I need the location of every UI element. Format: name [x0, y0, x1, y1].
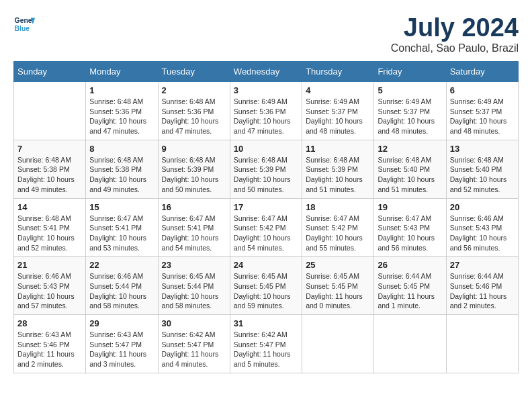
day-number: 25	[306, 260, 370, 270]
day-number: 21	[17, 260, 82, 270]
day-detail: Sunrise: 6:45 AM Sunset: 5:45 PM Dayligh…	[234, 271, 298, 311]
calendar-cell: 4Sunrise: 6:49 AM Sunset: 5:37 PM Daylig…	[302, 82, 374, 140]
day-detail: Sunrise: 6:48 AM Sunset: 5:39 PM Dayligh…	[162, 155, 226, 195]
calendar-cell: 9Sunrise: 6:48 AM Sunset: 5:39 PM Daylig…	[158, 140, 230, 198]
day-detail: Sunrise: 6:48 AM Sunset: 5:36 PM Dayligh…	[89, 97, 154, 136]
day-number: 27	[450, 260, 515, 270]
day-detail: Sunrise: 6:48 AM Sunset: 5:39 PM Dayligh…	[234, 155, 298, 195]
day-number: 20	[450, 202, 515, 212]
day-number: 5	[378, 85, 442, 95]
calendar-cell: 20Sunrise: 6:46 AM Sunset: 5:43 PM Dayli…	[446, 198, 518, 257]
calendar-cell: 7Sunrise: 6:48 AM Sunset: 5:38 PM Daylig…	[14, 140, 86, 198]
day-number: 19	[378, 202, 442, 212]
week-row-3: 14Sunrise: 6:48 AM Sunset: 5:41 PM Dayli…	[14, 198, 519, 257]
calendar-cell: 16Sunrise: 6:47 AM Sunset: 5:41 PM Dayli…	[158, 198, 230, 257]
week-row-4: 21Sunrise: 6:46 AM Sunset: 5:43 PM Dayli…	[14, 257, 519, 315]
day-number: 16	[162, 202, 226, 212]
weekday-monday: Monday	[86, 62, 158, 82]
calendar-cell: 30Sunrise: 6:42 AM Sunset: 5:47 PM Dayli…	[158, 315, 230, 373]
calendar-cell	[302, 315, 374, 373]
day-detail: Sunrise: 6:44 AM Sunset: 5:46 PM Dayligh…	[450, 271, 515, 311]
weekday-thursday: Thursday	[302, 62, 374, 82]
day-detail: Sunrise: 6:49 AM Sunset: 5:37 PM Dayligh…	[378, 97, 442, 136]
calendar-cell: 12Sunrise: 6:48 AM Sunset: 5:40 PM Dayli…	[374, 140, 446, 198]
weekday-friday: Friday	[374, 62, 446, 82]
day-number: 23	[162, 260, 226, 270]
calendar-cell: 28Sunrise: 6:43 AM Sunset: 5:46 PM Dayli…	[14, 315, 86, 373]
weekday-tuesday: Tuesday	[158, 62, 230, 82]
calendar-cell: 21Sunrise: 6:46 AM Sunset: 5:43 PM Dayli…	[14, 257, 86, 315]
day-number: 7	[17, 144, 82, 154]
logo-icon: General Blue	[13, 13, 35, 35]
day-detail: Sunrise: 6:43 AM Sunset: 5:46 PM Dayligh…	[17, 330, 82, 369]
subtitle: Conchal, Sao Paulo, Brazil	[391, 42, 519, 54]
day-detail: Sunrise: 6:47 AM Sunset: 5:41 PM Dayligh…	[89, 214, 154, 253]
calendar-cell: 24Sunrise: 6:45 AM Sunset: 5:45 PM Dayli…	[230, 257, 302, 315]
week-row-2: 7Sunrise: 6:48 AM Sunset: 5:38 PM Daylig…	[14, 140, 519, 198]
calendar-cell: 13Sunrise: 6:48 AM Sunset: 5:40 PM Dayli…	[446, 140, 518, 198]
main-title: July 2024	[391, 13, 519, 42]
calendar-cell	[374, 315, 446, 373]
calendar-cell: 22Sunrise: 6:46 AM Sunset: 5:44 PM Dayli…	[86, 257, 158, 315]
day-detail: Sunrise: 6:46 AM Sunset: 5:44 PM Dayligh…	[89, 271, 154, 311]
calendar-cell: 10Sunrise: 6:48 AM Sunset: 5:39 PM Dayli…	[230, 140, 302, 198]
calendar-cell: 5Sunrise: 6:49 AM Sunset: 5:37 PM Daylig…	[374, 82, 446, 140]
day-detail: Sunrise: 6:47 AM Sunset: 5:43 PM Dayligh…	[378, 214, 442, 253]
calendar-cell: 3Sunrise: 6:49 AM Sunset: 5:36 PM Daylig…	[230, 82, 302, 140]
calendar-cell: 31Sunrise: 6:42 AM Sunset: 5:47 PM Dayli…	[230, 315, 302, 373]
calendar-cell: 27Sunrise: 6:44 AM Sunset: 5:46 PM Dayli…	[446, 257, 518, 315]
day-number: 26	[378, 260, 442, 270]
calendar-cell: 14Sunrise: 6:48 AM Sunset: 5:41 PM Dayli…	[14, 198, 86, 257]
day-detail: Sunrise: 6:46 AM Sunset: 5:43 PM Dayligh…	[450, 214, 515, 253]
calendar-cell	[14, 82, 86, 140]
day-detail: Sunrise: 6:49 AM Sunset: 5:36 PM Dayligh…	[234, 97, 298, 136]
day-number: 13	[450, 144, 515, 154]
day-number: 22	[89, 260, 154, 270]
day-detail: Sunrise: 6:48 AM Sunset: 5:38 PM Dayligh…	[17, 155, 82, 195]
day-number: 31	[234, 318, 298, 328]
day-number: 1	[89, 85, 154, 95]
calendar-cell: 6Sunrise: 6:49 AM Sunset: 5:37 PM Daylig…	[446, 82, 518, 140]
header: General Blue July 2024 Conchal, Sao Paul…	[13, 13, 519, 54]
day-number: 18	[306, 202, 370, 212]
calendar-cell: 1Sunrise: 6:48 AM Sunset: 5:36 PM Daylig…	[86, 82, 158, 140]
calendar-cell: 26Sunrise: 6:44 AM Sunset: 5:45 PM Dayli…	[374, 257, 446, 315]
weekday-header-row: SundayMondayTuesdayWednesdayThursdayFrid…	[14, 62, 519, 82]
day-detail: Sunrise: 6:48 AM Sunset: 5:39 PM Dayligh…	[306, 155, 370, 195]
day-detail: Sunrise: 6:48 AM Sunset: 5:41 PM Dayligh…	[17, 214, 82, 253]
calendar-cell: 11Sunrise: 6:48 AM Sunset: 5:39 PM Dayli…	[302, 140, 374, 198]
day-number: 24	[234, 260, 298, 270]
calendar-header: SundayMondayTuesdayWednesdayThursdayFrid…	[14, 62, 519, 82]
week-row-5: 28Sunrise: 6:43 AM Sunset: 5:46 PM Dayli…	[14, 315, 519, 373]
day-detail: Sunrise: 6:45 AM Sunset: 5:44 PM Dayligh…	[162, 271, 226, 311]
day-detail: Sunrise: 6:47 AM Sunset: 5:42 PM Dayligh…	[234, 214, 298, 253]
day-detail: Sunrise: 6:42 AM Sunset: 5:47 PM Dayligh…	[234, 330, 298, 369]
day-detail: Sunrise: 6:43 AM Sunset: 5:47 PM Dayligh…	[89, 330, 154, 369]
calendar-cell: 25Sunrise: 6:45 AM Sunset: 5:45 PM Dayli…	[302, 257, 374, 315]
day-number: 9	[162, 144, 226, 154]
day-number: 4	[306, 85, 370, 95]
calendar-cell: 2Sunrise: 6:48 AM Sunset: 5:36 PM Daylig…	[158, 82, 230, 140]
day-number: 8	[89, 144, 154, 154]
day-number: 30	[162, 318, 226, 328]
calendar-cell: 19Sunrise: 6:47 AM Sunset: 5:43 PM Dayli…	[374, 198, 446, 257]
day-number: 3	[234, 85, 298, 95]
day-detail: Sunrise: 6:44 AM Sunset: 5:45 PM Dayligh…	[378, 271, 442, 311]
logo: General Blue	[13, 13, 35, 35]
title-section: July 2024 Conchal, Sao Paulo, Brazil	[391, 13, 519, 54]
day-detail: Sunrise: 6:46 AM Sunset: 5:43 PM Dayligh…	[17, 271, 82, 311]
calendar-cell: 17Sunrise: 6:47 AM Sunset: 5:42 PM Dayli…	[230, 198, 302, 257]
day-detail: Sunrise: 6:48 AM Sunset: 5:40 PM Dayligh…	[378, 155, 442, 195]
day-number: 17	[234, 202, 298, 212]
day-detail: Sunrise: 6:48 AM Sunset: 5:40 PM Dayligh…	[450, 155, 515, 195]
day-detail: Sunrise: 6:49 AM Sunset: 5:37 PM Dayligh…	[450, 97, 515, 136]
week-row-1: 1Sunrise: 6:48 AM Sunset: 5:36 PM Daylig…	[14, 82, 519, 140]
day-number: 28	[17, 318, 82, 328]
day-number: 14	[17, 202, 82, 212]
weekday-wednesday: Wednesday	[230, 62, 302, 82]
day-number: 29	[89, 318, 154, 328]
day-number: 10	[234, 144, 298, 154]
calendar-table: SundayMondayTuesdayWednesdayThursdayFrid…	[13, 61, 519, 373]
day-detail: Sunrise: 6:48 AM Sunset: 5:38 PM Dayligh…	[89, 155, 154, 195]
day-detail: Sunrise: 6:47 AM Sunset: 5:42 PM Dayligh…	[306, 214, 370, 253]
